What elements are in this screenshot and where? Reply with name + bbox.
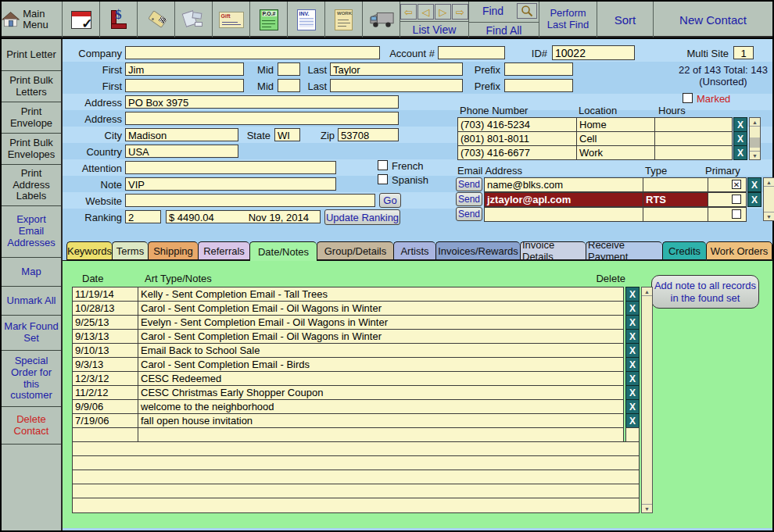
prefix-field[interactable] bbox=[504, 62, 573, 76]
delete-phone-button[interactable]: X bbox=[733, 131, 747, 146]
phone-hours-cell[interactable] bbox=[654, 145, 733, 160]
delete-phone-button[interactable]: X bbox=[733, 117, 747, 132]
attention-field[interactable] bbox=[125, 161, 336, 174]
tab-credits[interactable]: Credits bbox=[662, 241, 706, 260]
note-empty-row[interactable] bbox=[72, 470, 640, 484]
note-date-cell[interactable]: 9/3/13 bbox=[72, 357, 138, 372]
last-record-button[interactable]: ⇨ bbox=[452, 4, 468, 20]
gift-certificate-button[interactable]: Gift bbox=[213, 2, 250, 37]
note-text-cell[interactable]: Carol - Sent Completion Email - Oil Wago… bbox=[138, 301, 624, 316]
website-field[interactable] bbox=[125, 194, 375, 207]
send-email-button[interactable]: Send bbox=[456, 192, 482, 206]
print-bulk-envelopes-button[interactable]: Print Bulk Envelopes bbox=[2, 134, 61, 165]
note-empty-row[interactable] bbox=[72, 455, 640, 470]
primary-checkbox-checked[interactable]: ✕ bbox=[732, 180, 741, 189]
update-ranking-button[interactable]: Update Ranking bbox=[324, 209, 400, 225]
note-date-cell[interactable]: 9/13/13 bbox=[72, 329, 138, 344]
phone-location-cell[interactable]: Home bbox=[576, 117, 655, 132]
notes-scrollbar[interactable]: ▲ ▼ bbox=[641, 287, 653, 513]
phone-number-cell[interactable]: (801) 801-8011 bbox=[457, 131, 577, 146]
export-email-addresses-button[interactable]: Export Email Addresses bbox=[2, 206, 61, 258]
scroll-up-icon[interactable]: ▲ bbox=[642, 287, 652, 296]
first-record-button[interactable]: ⇦ bbox=[400, 4, 417, 20]
note-date-cell-empty[interactable] bbox=[72, 427, 138, 442]
ranking-amount-field[interactable]: $ 4490.04 Nov 19, 2014 bbox=[166, 210, 321, 223]
note-text-cell[interactable]: Carol - Sent Completion Email - Birds bbox=[138, 357, 624, 372]
tab-shipping[interactable]: Shipping bbox=[148, 241, 198, 260]
phone-list-scrollbar[interactable]: ▲ ▼ bbox=[749, 117, 761, 160]
note-empty-row[interactable] bbox=[72, 484, 640, 498]
email-address-cell[interactable]: name@blks.com bbox=[484, 177, 643, 192]
find-all-button[interactable]: Find All bbox=[469, 22, 539, 37]
first-name-field[interactable]: Jim bbox=[125, 62, 244, 76]
email-type-cell[interactable] bbox=[643, 207, 708, 222]
primary-checkbox[interactable] bbox=[732, 209, 741, 219]
tab-date-notes[interactable]: Date/Notes bbox=[249, 241, 317, 261]
delete-note-button[interactable]: X bbox=[625, 287, 640, 302]
email-type-cell[interactable] bbox=[643, 177, 708, 192]
list-view-button[interactable]: List View bbox=[400, 21, 468, 37]
delete-contact-button[interactable]: Delete Contact bbox=[2, 407, 61, 445]
phone-location-cell[interactable]: Work bbox=[576, 145, 655, 160]
state-field[interactable]: WI bbox=[274, 128, 300, 141]
note-text-cell-empty[interactable] bbox=[138, 427, 624, 442]
note-field[interactable]: VIP bbox=[125, 177, 336, 191]
note-date-cell[interactable]: 11/2/12 bbox=[72, 385, 138, 400]
map-button[interactable]: Map bbox=[2, 258, 61, 287]
delete-phone-button[interactable]: X bbox=[733, 145, 747, 160]
tab-work-orders[interactable]: Work Orders bbox=[706, 241, 772, 260]
print-envelope-button[interactable]: Print Envelope bbox=[2, 102, 61, 134]
scroll-down-icon[interactable]: ▼ bbox=[750, 151, 760, 159]
last2-field[interactable] bbox=[330, 79, 463, 92]
search-icon[interactable] bbox=[517, 3, 537, 19]
delete-note-button[interactable]: X bbox=[625, 399, 640, 414]
add-note-to-all-button[interactable]: Add note to all records in the found set bbox=[651, 275, 759, 309]
first2-field[interactable] bbox=[125, 79, 244, 92]
phone-number-cell[interactable]: (703) 416-6677 bbox=[457, 145, 577, 160]
delete-note-button[interactable]: X bbox=[625, 385, 640, 400]
marked-checkbox[interactable] bbox=[683, 93, 693, 103]
price-tag-button[interactable] bbox=[138, 2, 175, 37]
tab-invoice-details[interactable]: Invoice Details bbox=[520, 241, 586, 260]
scroll-thumb[interactable] bbox=[750, 137, 760, 148]
tab-referrals[interactable]: Referrals bbox=[198, 241, 249, 260]
tab-group-details[interactable]: Group/Details bbox=[317, 241, 393, 260]
previous-record-button[interactable]: ◁ bbox=[417, 4, 434, 20]
tab-artists[interactable]: Artists bbox=[393, 241, 435, 260]
perform-last-find-button[interactable]: Perform Last Find bbox=[539, 2, 597, 37]
print-letter-button[interactable]: Print Letter bbox=[2, 39, 61, 71]
note-text-cell[interactable]: Email Back to School Sale bbox=[138, 343, 624, 358]
scroll-up-icon[interactable]: ▲ bbox=[764, 178, 774, 187]
scroll-up-icon[interactable]: ▲ bbox=[750, 118, 760, 127]
last-name-field[interactable]: Taylor bbox=[330, 62, 463, 76]
scroll-down-icon[interactable]: ▼ bbox=[764, 212, 774, 220]
email-type-cell-highlighted[interactable]: RTS bbox=[643, 192, 708, 207]
note-text-cell[interactable]: Carol - Sent Completion Email - Oil Wago… bbox=[138, 329, 624, 344]
note-date-cell[interactable]: 12/3/12 bbox=[72, 371, 138, 386]
spanish-checkbox[interactable] bbox=[378, 174, 388, 184]
delete-note-button[interactable]: X bbox=[625, 343, 640, 358]
note-date-cell[interactable]: 9/25/13 bbox=[72, 315, 138, 330]
tab-keywords[interactable]: Keywords bbox=[66, 241, 112, 260]
note-text-cell[interactable]: welcome to the neighborhood bbox=[138, 399, 624, 414]
next-record-button[interactable]: ▷ bbox=[435, 4, 451, 20]
note-date-cell[interactable]: 11/19/14 bbox=[72, 287, 138, 302]
primary-checkbox[interactable] bbox=[732, 195, 741, 204]
prefix2-field[interactable] bbox=[504, 79, 573, 92]
delete-note-button[interactable]: X bbox=[625, 301, 640, 316]
scroll-down-icon[interactable]: ▼ bbox=[642, 504, 652, 512]
id-field[interactable]: 10022 bbox=[552, 45, 635, 60]
delete-note-button[interactable]: X bbox=[625, 413, 640, 428]
address2-field[interactable] bbox=[125, 112, 399, 125]
delete-note-button[interactable]: X bbox=[625, 315, 640, 330]
note-text-cell[interactable]: CESC Redeemed bbox=[138, 371, 624, 386]
multi-site-field[interactable]: 1 bbox=[733, 46, 754, 59]
appointments-button[interactable]: ✓ bbox=[63, 2, 100, 37]
special-order-button[interactable]: Special Order for this customer bbox=[2, 351, 61, 407]
country-field[interactable]: USA bbox=[125, 145, 238, 158]
note-text-cell[interactable]: CESC Christmas Early Shopper Coupon bbox=[138, 385, 624, 400]
ranking-field[interactable]: 2 bbox=[125, 210, 161, 223]
tab-invoices-rewards[interactable]: Invoices/Rewards bbox=[435, 241, 520, 260]
print-address-labels-button[interactable]: Print Address Labels bbox=[2, 165, 61, 206]
invoice-button[interactable]: INV. bbox=[288, 2, 325, 37]
